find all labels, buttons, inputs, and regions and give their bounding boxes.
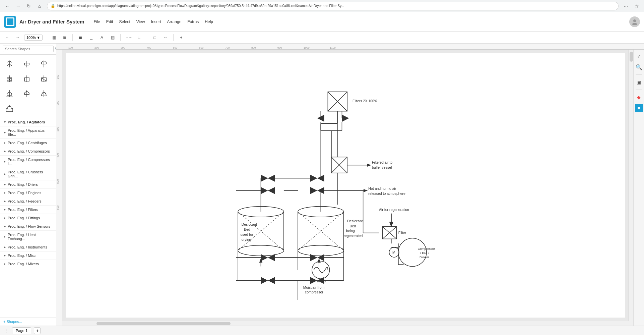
ruler-mark-v: 500 — [56, 158, 62, 184]
svg-line-31 — [7, 92, 9, 94]
svg-line-6 — [9, 64, 12, 66]
diagram-canvas[interactable]: Filters 2X 100% Filtered air to bu — [66, 53, 625, 318]
category-feeders[interactable]: ► Proc. Eng. / Feeders — [0, 197, 56, 206]
category-driers[interactable]: ► Proc. Eng. / Driers — [0, 180, 56, 189]
svg-text:released to atmosphere: released to atmosphere — [368, 191, 405, 196]
top-ruler: 100 200 300 400 500 600 700 800 900 1000… — [56, 44, 644, 50]
ruler-mark: 1000 — [304, 46, 330, 49]
menu-select[interactable]: Select — [116, 18, 133, 25]
palette-button[interactable]: ◆ — [635, 93, 643, 101]
svg-text:Bed: Bed — [244, 227, 250, 231]
search-input[interactable] — [3, 46, 54, 52]
shape-categories: ▼ Proc. Eng. / Agitators ► Proc. Eng. / … — [0, 118, 56, 317]
delete-button[interactable]: 🗑 — [60, 33, 69, 42]
category-flow-sensors[interactable]: ► Proc. Eng. / Flow Sensors — [0, 222, 56, 231]
svg-text:used for: used for — [241, 232, 253, 236]
category-filters[interactable]: ► Proc. Eng. / Filters — [0, 206, 56, 214]
browser-chrome: ← → ↻ ⌂ 🔒 https://online.visual-paradigm… — [0, 0, 644, 12]
line-button[interactable]: ⎯ — [87, 33, 95, 42]
h-scrollbar-thumb[interactable] — [96, 322, 231, 325]
fit-width-button[interactable]: ↔ — [161, 33, 170, 42]
shape-agitator-9[interactable] — [37, 87, 51, 100]
category-fittings[interactable]: ► Proc. Eng. / Fittings — [0, 214, 56, 222]
shape-agitator-6[interactable] — [37, 72, 51, 86]
bottom-options-button[interactable]: ⋮ — [3, 327, 9, 334]
menu-view[interactable]: View — [134, 18, 148, 25]
svg-marker-66 — [261, 175, 268, 182]
shape-agitator-8[interactable] — [20, 87, 34, 100]
menu-file[interactable]: File — [91, 18, 103, 25]
shadow-button[interactable]: ▤ — [108, 33, 117, 42]
home-button[interactable]: ⌂ — [35, 1, 44, 11]
fit-screen-button[interactable]: ⤢ — [635, 52, 643, 60]
category-compressors-i[interactable]: ► Proc. Eng. / Compressors I... — [0, 156, 56, 168]
menu-insert[interactable]: Insert — [148, 18, 164, 25]
category-crushers[interactable]: ► Proc. Eng. / Crushers Grin... — [0, 168, 56, 180]
back-button[interactable]: ← — [3, 1, 12, 11]
address-bar[interactable]: 🔒 https://online.visual-paradigm.com/app… — [47, 2, 619, 10]
add-shapes-button[interactable]: + Shapes... — [0, 317, 56, 326]
zoom-value: 100% — [26, 36, 36, 40]
category-heat-exchange[interactable]: ► Proc. Eng. / Heat Exchang... — [0, 231, 56, 243]
ruler-mark: 900 — [277, 46, 304, 49]
svg-text:Hot and humid air: Hot and humid air — [368, 186, 396, 190]
fit-page-button[interactable]: □ — [150, 33, 159, 42]
svg-marker-126 — [268, 277, 275, 284]
category-engines[interactable]: ► Proc. Eng. / Engines — [0, 189, 56, 197]
waypoint-button[interactable]: ∟ — [135, 33, 143, 42]
svg-line-38 — [24, 91, 27, 93]
ruler-marks-v: 100 200 300 400 500 600 — [56, 50, 62, 210]
menu-extras[interactable]: Extras — [185, 18, 201, 25]
svg-marker-56 — [342, 115, 349, 122]
fill-button[interactable]: ◼ — [76, 33, 85, 42]
category-compressors[interactable]: ► Proc. Eng. / Compressors — [0, 147, 56, 156]
canvas-container: 100 200 300 400 500 600 — [56, 50, 644, 326]
connector-button[interactable]: →− — [124, 33, 133, 42]
category-agitators[interactable]: ▼ Proc. Eng. / Agitators — [0, 118, 56, 126]
zoom-control[interactable]: 100% ▼ — [24, 35, 43, 41]
arrow-icon: ► — [3, 131, 6, 134]
shape-agitator-10[interactable] — [3, 102, 16, 115]
category-mixers[interactable]: ► Proc. Eng. / Mixers — [0, 260, 56, 268]
forward-button[interactable]: → — [13, 1, 23, 11]
canvas-area: 100 200 300 400 500 600 700 800 900 1000… — [56, 44, 644, 326]
svg-text:M: M — [392, 250, 395, 255]
horizontal-scrollbar[interactable] — [62, 321, 633, 326]
copy-button[interactable]: ▦ — [50, 33, 58, 42]
arrow-icon: ► — [3, 141, 6, 145]
v-scrollbar-thumb[interactable] — [630, 52, 633, 62]
redo-button[interactable]: → — [13, 33, 22, 42]
vertical-scrollbar[interactable] — [629, 50, 633, 321]
category-misc[interactable]: ► Proc. Eng. / Misc — [0, 252, 56, 260]
extensions-button[interactable]: ··· — [621, 1, 631, 11]
ruler-mark-v: 600 — [56, 184, 62, 210]
shape-agitator-4[interactable] — [3, 72, 16, 86]
shape-agitator-5[interactable] — [20, 72, 34, 86]
svg-text:Blower: Blower — [420, 255, 429, 259]
menu-help[interactable]: Help — [202, 18, 216, 25]
shape-agitator-1[interactable] — [3, 57, 16, 71]
user-avatar[interactable] — [629, 16, 640, 27]
bookmark-button[interactable]: ☆ — [632, 1, 641, 11]
add-page-button[interactable]: + — [34, 327, 41, 334]
category-apparatus[interactable]: ► Proc. Eng. / Apparatus Ele... — [0, 126, 56, 139]
category-instruments[interactable]: ► Proc. Eng. / Instruments — [0, 243, 56, 252]
svg-text:Compressor: Compressor — [418, 247, 435, 250]
undo-button[interactable]: ← — [3, 33, 11, 42]
menu-edit[interactable]: Edit — [104, 18, 116, 25]
shape-agitator-7[interactable] — [3, 87, 16, 100]
reload-button[interactable]: ↻ — [24, 1, 34, 11]
more-button[interactable]: + — [177, 33, 186, 42]
text-button[interactable]: A — [98, 33, 106, 42]
shape-agitator-2[interactable] — [20, 57, 34, 71]
grid-button[interactable]: ▣ — [635, 78, 643, 86]
page-tab[interactable]: Page-1 — [12, 327, 31, 334]
zoom-in-right-button[interactable]: 🔍 — [635, 63, 643, 71]
shape-agitator-3[interactable] — [37, 57, 51, 71]
components-button[interactable]: ■ — [635, 104, 643, 112]
category-centrifuges[interactable]: ► Proc. Eng. / Centrifuges — [0, 139, 56, 147]
menu-arrange[interactable]: Arrange — [165, 18, 184, 25]
arrow-icon: ► — [3, 245, 6, 249]
svg-line-3 — [7, 61, 9, 62]
arrow-icon: ► — [3, 235, 6, 238]
